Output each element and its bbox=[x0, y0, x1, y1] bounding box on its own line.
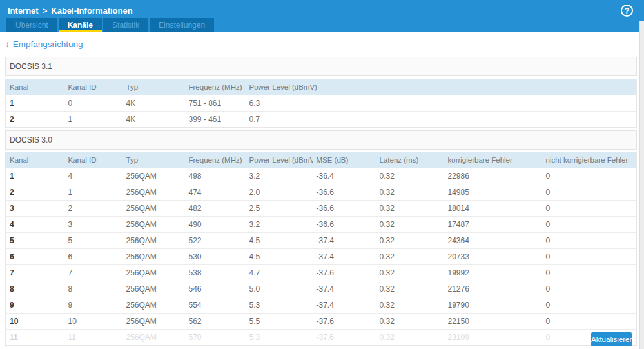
table-cell: 5.5 bbox=[246, 314, 313, 330]
table-cell: 399 - 461 bbox=[185, 112, 246, 128]
table-cell: 256QAM bbox=[122, 168, 185, 184]
table-row: 66256QAM5304.5-37.40.32207330 bbox=[6, 249, 637, 265]
table-cell: 1 bbox=[6, 168, 64, 184]
table-cell: 0.32 bbox=[376, 217, 444, 233]
table-cell: 554 bbox=[185, 297, 246, 314]
table-row: 1010256QAM5625.5-37.60.32221500 bbox=[6, 314, 637, 330]
table-cell: 546 bbox=[185, 281, 246, 297]
table-cell: 3 bbox=[64, 217, 122, 233]
column-header: Power Level (dBmV) bbox=[246, 79, 637, 95]
table-cell: 0.32 bbox=[376, 233, 444, 249]
table-cell: 256QAM bbox=[122, 265, 185, 281]
table-cell: 7 bbox=[6, 265, 64, 281]
table-cell: -37.6 bbox=[313, 314, 376, 330]
table-cell: 0 bbox=[542, 201, 637, 217]
help-button[interactable]: ? bbox=[621, 5, 633, 17]
table-cell: 256QAM bbox=[122, 330, 185, 346]
table-cell: -37.4 bbox=[313, 233, 376, 249]
main-content: ↓Empfangsrichtung DOCSIS 3.1 KanalKanal … bbox=[0, 32, 639, 349]
table-cell: 23109 bbox=[444, 330, 542, 346]
column-header: Typ bbox=[122, 152, 185, 168]
table-cell: 4.7 bbox=[246, 265, 313, 281]
table-cell: 0 bbox=[542, 314, 637, 330]
tab-uebersicht[interactable]: Übersicht bbox=[6, 18, 57, 32]
table-cell: 0.32 bbox=[376, 201, 444, 217]
column-header: Kanal bbox=[6, 79, 64, 95]
column-header: nicht korrigierbare Fehler bbox=[542, 152, 637, 168]
table-cell: 0.32 bbox=[376, 297, 444, 314]
table-cell: 0.32 bbox=[376, 330, 444, 346]
table-cell: -37.4 bbox=[313, 281, 376, 297]
refresh-button[interactable]: Aktualisieren bbox=[591, 332, 632, 346]
table-cell: 498 bbox=[185, 168, 246, 184]
table-cell: 5.0 bbox=[246, 281, 313, 297]
question-icon: ? bbox=[625, 6, 629, 15]
table-cell: 4.5 bbox=[246, 249, 313, 265]
table-row: 1111256QAM5705.3-37.60.32231090 bbox=[6, 330, 637, 346]
tab-kanaele[interactable]: Kanäle bbox=[59, 18, 102, 32]
table-cell: 9 bbox=[64, 297, 122, 314]
scrollbar[interactable] bbox=[639, 21, 644, 349]
table-row: 43256QAM4903.2-36.60.32174870 bbox=[6, 217, 637, 233]
table-cell: 22986 bbox=[444, 168, 542, 184]
table-row: 214K399 - 4610.7 bbox=[6, 112, 637, 128]
receive-direction-label: Empfangsrichtung bbox=[13, 39, 83, 49]
table-cell: 3.2 bbox=[246, 168, 313, 184]
column-header: korrigierbare Fehler bbox=[444, 152, 542, 168]
tab-einstellungen[interactable]: Einstellungen bbox=[150, 18, 214, 32]
table-cell: 22150 bbox=[444, 314, 542, 330]
table-cell: -36.6 bbox=[313, 184, 376, 201]
column-header: Typ bbox=[122, 79, 185, 95]
table-cell: 2 bbox=[64, 201, 122, 217]
docsis30-table: KanalKanal IDTypFrequenz (MHz)Power Leve… bbox=[5, 152, 637, 346]
table-cell: -36.6 bbox=[313, 201, 376, 217]
table-cell: 5.3 bbox=[246, 297, 313, 314]
table-cell: 1 bbox=[64, 112, 122, 128]
table-cell: 0 bbox=[542, 249, 637, 265]
table-cell: 0.32 bbox=[376, 281, 444, 297]
table-row: 88256QAM5465.0-37.40.32212760 bbox=[6, 281, 637, 297]
table-cell: 6 bbox=[64, 249, 122, 265]
table-cell: 1 bbox=[64, 184, 122, 201]
breadcrumb-page-title: Kabel-Informationen bbox=[51, 6, 132, 15]
table-cell: 2 bbox=[6, 112, 64, 128]
table-cell: 10 bbox=[6, 314, 64, 330]
table-cell: 18014 bbox=[444, 201, 542, 217]
column-header: Latenz (ms) bbox=[376, 152, 444, 168]
column-header: Frequenz (MHz) bbox=[185, 79, 246, 95]
table-cell: 256QAM bbox=[122, 249, 185, 265]
table-cell: 474 bbox=[185, 184, 246, 201]
table-cell: 256QAM bbox=[122, 314, 185, 330]
table-cell: 4K bbox=[122, 95, 185, 112]
table-cell: 0 bbox=[64, 95, 122, 112]
table-cell: 4 bbox=[64, 168, 122, 184]
column-header: Kanal ID bbox=[64, 79, 122, 95]
table-cell: 7 bbox=[64, 265, 122, 281]
table-row: 99256QAM5545.3-37.40.32197900 bbox=[6, 297, 637, 314]
top-header: Internet > Kabel-Informationen ? Übersic… bbox=[0, 0, 644, 32]
docsis31-table: KanalKanal IDTypFrequenz (MHz)Power Leve… bbox=[5, 79, 637, 128]
column-header: Kanal ID bbox=[64, 152, 122, 168]
table-cell: 0.32 bbox=[376, 249, 444, 265]
table-cell: 0 bbox=[542, 265, 637, 281]
table-cell: 5 bbox=[64, 233, 122, 249]
table-cell: 0 bbox=[542, 281, 637, 297]
breadcrumb-separator-icon: > bbox=[43, 6, 48, 15]
table-cell: 0 bbox=[542, 168, 637, 184]
table-cell: 11 bbox=[6, 330, 64, 346]
table-cell: 4K bbox=[122, 112, 185, 128]
table-cell: 256QAM bbox=[122, 217, 185, 233]
table-cell: 256QAM bbox=[122, 233, 185, 249]
table-cell: -37.6 bbox=[313, 265, 376, 281]
table-row: 104K751 - 8616.3 bbox=[6, 95, 637, 112]
breadcrumb-internet[interactable]: Internet bbox=[8, 6, 39, 15]
column-header: MSE (dB) bbox=[313, 152, 376, 168]
table-cell: 0 bbox=[542, 233, 637, 249]
table-cell: 522 bbox=[185, 233, 246, 249]
receive-direction-heading[interactable]: ↓Empfangsrichtung bbox=[5, 39, 83, 49]
tab-statistik[interactable]: Statistik bbox=[103, 18, 148, 32]
table-cell: 10 bbox=[64, 314, 122, 330]
table-cell: -37.4 bbox=[313, 297, 376, 314]
table-cell: -37.6 bbox=[313, 330, 376, 346]
tab-bar: Übersicht Kanäle Statistik Einstellungen bbox=[6, 18, 214, 32]
